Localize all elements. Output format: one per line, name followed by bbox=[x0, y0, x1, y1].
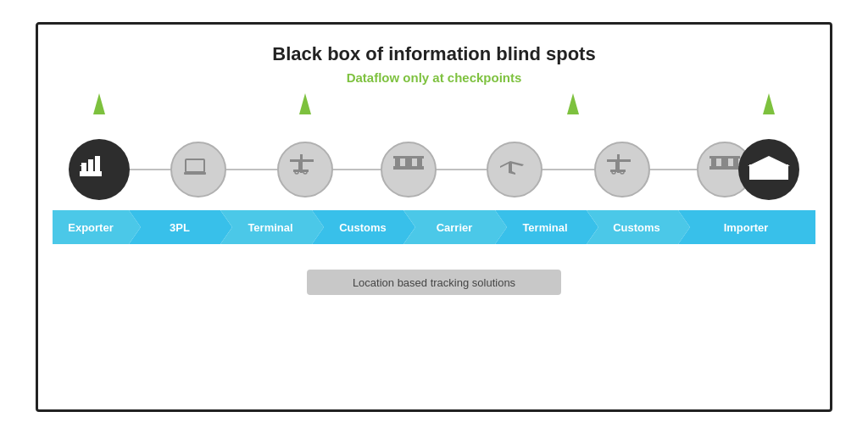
chevron-label-terminal1: Terminal bbox=[248, 221, 292, 234]
svg-rect-19 bbox=[607, 159, 631, 162]
chevron-label-importer: Importer bbox=[724, 221, 769, 234]
svg-rect-29 bbox=[749, 164, 788, 180]
chevron-label-exporter: Exporter bbox=[68, 221, 113, 234]
svg-rect-25 bbox=[711, 158, 716, 168]
svg-rect-9 bbox=[298, 162, 301, 170]
customs-icon-2 bbox=[709, 156, 740, 170]
icon-bg-carrier bbox=[487, 142, 542, 197]
svg-rect-14 bbox=[395, 158, 400, 168]
svg-rect-31 bbox=[756, 170, 766, 180]
chevron-label-3pl: 3PL bbox=[170, 221, 190, 234]
up-arrow-exporter bbox=[93, 93, 105, 114]
diagram-svg: Exporter 3PL Terminal Customs Carrier Te… bbox=[53, 85, 815, 322]
subtitle: Dataflow only at checkpoints bbox=[347, 70, 522, 85]
svg-rect-32 bbox=[771, 170, 782, 180]
chevron-label-terminal2: Terminal bbox=[522, 221, 567, 234]
svg-rect-26 bbox=[721, 158, 728, 168]
main-title: Black box of information blind spots bbox=[272, 43, 595, 65]
svg-rect-8 bbox=[290, 159, 314, 162]
svg-rect-20 bbox=[615, 162, 618, 170]
svg-rect-27 bbox=[733, 158, 738, 168]
svg-rect-17 bbox=[393, 156, 424, 159]
up-arrow-terminal2 bbox=[567, 93, 579, 114]
svg-rect-15 bbox=[405, 158, 412, 168]
chevron-label-customs2: Customs bbox=[613, 221, 660, 234]
icon-bg-3pl bbox=[171, 142, 225, 197]
customs-icon-1 bbox=[393, 156, 424, 170]
up-arrow-terminal1 bbox=[299, 93, 311, 114]
svg-rect-3 bbox=[80, 171, 102, 176]
bottom-label-text: Location based tracking solutions bbox=[353, 276, 516, 289]
diagram-area: Exporter 3PL Terminal Customs Carrier Te… bbox=[38, 85, 830, 409]
chevron-label-carrier: Carrier bbox=[437, 221, 473, 234]
svg-rect-28 bbox=[709, 156, 740, 159]
up-arrow-importer bbox=[763, 93, 775, 114]
main-container: Black box of information blind spots Dat… bbox=[36, 22, 832, 412]
svg-rect-16 bbox=[417, 158, 422, 168]
chevron-label-customs1: Customs bbox=[339, 221, 387, 234]
svg-rect-6 bbox=[184, 172, 206, 175]
